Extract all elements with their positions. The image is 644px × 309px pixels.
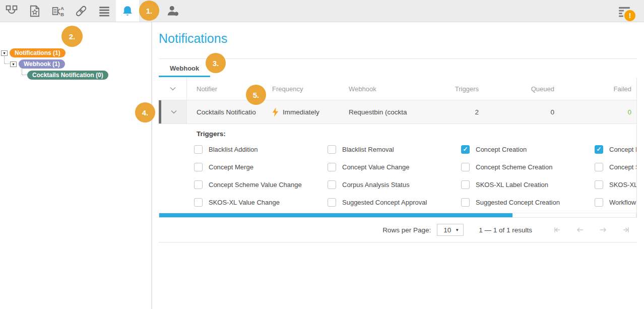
tree-node-cocktails-notification[interactable]: Cocktails Notification (0) xyxy=(27,71,108,80)
alert-log-icon[interactable]: ! xyxy=(613,0,636,22)
row-webhook: Requestbin (cockta xyxy=(339,108,433,116)
trigger-option: ✓Concept D xyxy=(595,145,636,154)
trigger-option-label: Suggested Concept Creation xyxy=(476,199,560,206)
previous-page-button[interactable] xyxy=(575,225,585,234)
chevron-down-icon xyxy=(168,84,178,94)
row-frequency-label: Immediately xyxy=(283,108,319,116)
table-header-row: Notifier Frequency Webhook Triggers Queu… xyxy=(159,78,636,100)
trigger-option: Workflow xyxy=(595,198,636,207)
trigger-option: Corpus Analysis Status xyxy=(328,180,461,189)
select-caret-icon: ▼ xyxy=(455,228,459,232)
checkbox-unchecked[interactable] xyxy=(461,163,470,171)
trigger-option-label: Blacklist Addition xyxy=(209,146,258,153)
trigger-option: Concept Merge xyxy=(194,162,328,171)
checkbox-unchecked[interactable] xyxy=(595,180,603,189)
trigger-option-label: Concept Creation xyxy=(476,146,527,153)
svg-text:A: A xyxy=(60,5,64,11)
horizontal-scrollbar[interactable] xyxy=(159,213,636,218)
link-icon[interactable] xyxy=(70,0,93,22)
trigger-option: SKOS-XL Value Change xyxy=(194,198,328,207)
trigger-option: Blacklist Addition xyxy=(194,145,328,154)
annotation-marker-5: 5. xyxy=(246,85,266,105)
trigger-option: Concept S xyxy=(595,162,636,171)
annotation-marker-2: 2. xyxy=(61,26,83,47)
list-icon[interactable] xyxy=(93,0,116,22)
expand-all-button[interactable] xyxy=(159,78,187,100)
trigger-option: ✓Concept Creation xyxy=(461,145,595,154)
tab-webhook[interactable]: Webhook xyxy=(159,59,210,77)
column-header-triggers[interactable]: Triggers xyxy=(433,85,484,93)
lightning-icon xyxy=(272,107,279,117)
checkbox-unchecked[interactable] xyxy=(194,198,203,207)
row-failed-count: 0 xyxy=(559,108,636,116)
checkbox-unchecked[interactable] xyxy=(194,163,203,171)
row-expanded-panel: Triggers: Blacklist AdditionBlacklist Re… xyxy=(159,124,636,213)
first-page-button[interactable] xyxy=(552,225,561,234)
annotation-marker-4: 4. xyxy=(135,102,155,122)
tab-bar: Webhook xyxy=(159,58,637,78)
checkbox-unchecked[interactable] xyxy=(328,145,336,154)
rows-per-page-select[interactable]: 10 ▼ xyxy=(437,224,464,236)
table-row[interactable]: Cocktails Notificatio Immediately Reques… xyxy=(159,100,636,124)
rows-per-page-label: Rows per Page: xyxy=(382,226,431,234)
results-range-text: 1 — 1 of 1 results xyxy=(479,226,532,234)
svg-text:B: B xyxy=(60,11,64,17)
checkbox-unchecked[interactable] xyxy=(595,198,603,207)
connection-flow-icon[interactable] xyxy=(0,0,23,22)
trigger-option: SKOS-XL xyxy=(595,180,636,189)
tree-expander-webhook[interactable]: ▼ xyxy=(10,61,17,67)
top-toolbar: A B xyxy=(0,0,644,22)
trigger-option-label: Concept D xyxy=(609,146,636,153)
document-classify-ab-icon[interactable]: A B xyxy=(46,0,70,22)
column-header-queued[interactable]: Queued xyxy=(484,85,559,93)
sidebar-tree: ▼ Notifications (1) ▼ Webhook (1) Cockta… xyxy=(0,22,152,309)
column-header-failed[interactable]: Failed xyxy=(559,85,636,93)
row-queued-count: 0 xyxy=(484,108,559,116)
trigger-option-label: Concept S xyxy=(609,163,636,171)
row-notifier: Cocktails Notificatio xyxy=(187,108,263,116)
checkbox-unchecked[interactable] xyxy=(328,198,336,207)
notifications-table: Notifier Frequency Webhook Triggers Queu… xyxy=(159,78,637,242)
trigger-option-label: Blacklist Removal xyxy=(342,146,394,153)
trigger-option: Blacklist Removal xyxy=(328,145,461,154)
chevron-down-icon xyxy=(169,107,179,117)
row-collapse-button[interactable] xyxy=(159,100,187,123)
horizontal-scrollbar-thumb[interactable] xyxy=(159,213,512,217)
tree-node-notifications[interactable]: Notifications (1) xyxy=(10,48,66,57)
tree-node-webhook[interactable]: Webhook (1) xyxy=(19,59,65,69)
checkbox-unchecked[interactable] xyxy=(328,180,336,189)
column-header-frequency[interactable]: Frequency xyxy=(263,85,339,93)
tree-connector xyxy=(22,75,27,75)
connection-flow-glyph xyxy=(5,5,18,18)
last-page-button[interactable] xyxy=(622,225,631,234)
checkbox-unchecked[interactable] xyxy=(328,163,336,171)
next-page-button[interactable] xyxy=(599,225,608,234)
checkbox-unchecked[interactable] xyxy=(194,180,203,189)
trigger-option: Concept Scheme Creation xyxy=(461,162,595,171)
triggers-grid: Blacklist AdditionBlacklist Removal✓Conc… xyxy=(194,145,636,207)
column-header-webhook[interactable]: Webhook xyxy=(339,85,433,93)
annotation-marker-1: 1. xyxy=(139,1,159,21)
tree-connector xyxy=(5,64,10,64)
user-settings-icon[interactable] xyxy=(161,0,184,22)
trigger-option: Concept Value Change xyxy=(328,162,461,171)
trigger-option-label: Concept Scheme Value Change xyxy=(209,181,302,189)
trigger-option-label: Concept Value Change xyxy=(342,163,409,171)
checkbox-checked[interactable]: ✓ xyxy=(595,145,603,154)
checkbox-unchecked[interactable] xyxy=(461,198,470,207)
alert-count-badge[interactable]: ! xyxy=(624,10,635,21)
checkbox-checked[interactable]: ✓ xyxy=(461,145,470,154)
checkbox-unchecked[interactable] xyxy=(595,163,603,171)
document-classify-ab-glyph: A B xyxy=(51,5,65,18)
annotation-marker-3: 3. xyxy=(206,53,226,73)
trigger-option: Suggested Concept Creation xyxy=(461,198,595,207)
tree-expander-notifications[interactable]: ▼ xyxy=(1,50,8,56)
notifications-bell-icon[interactable] xyxy=(116,0,139,22)
checkbox-unchecked[interactable] xyxy=(194,145,203,154)
document-star-icon[interactable] xyxy=(23,0,46,22)
pagination-bar: Rows per Page: 10 ▼ 1 — 1 of 1 results xyxy=(159,218,637,242)
rows-per-page-value: 10 xyxy=(443,226,451,234)
checkbox-unchecked[interactable] xyxy=(461,180,470,189)
row-frequency: Immediately xyxy=(263,107,339,117)
trigger-option-label: Suggested Concept Approval xyxy=(342,199,427,206)
